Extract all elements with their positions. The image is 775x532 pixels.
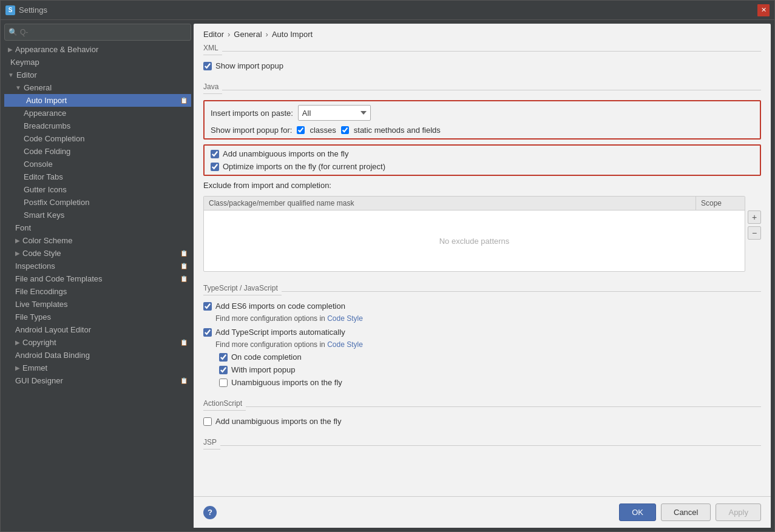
- sidebar-item-breadcrumbs[interactable]: Breadcrumbs: [4, 120, 191, 132]
- cancel-button[interactable]: Cancel: [661, 503, 711, 521]
- xml-section: XML Show import popup: [203, 44, 761, 70]
- help-button[interactable]: ?: [203, 506, 217, 519]
- sidebar-item-label: Auto Import: [26, 96, 67, 105]
- as-section-title: ActionScript: [203, 399, 246, 411]
- java-highlight-box: Insert imports on paste: All Ask None Sh…: [203, 100, 761, 140]
- sidebar-item-file-code-templates[interactable]: File and Code Templates 📋: [4, 272, 191, 285]
- sidebar-item-editor[interactable]: ▼ Editor: [4, 69, 191, 81]
- sidebar-item-code-completion[interactable]: Code Completion: [4, 132, 191, 145]
- sidebar-item-android-layout-editor[interactable]: Android Layout Editor: [4, 323, 191, 336]
- arrow-icon: ▶: [15, 237, 20, 244]
- copy-icon: 📋: [180, 263, 188, 269]
- search-input[interactable]: [20, 28, 187, 36]
- sidebar-item-gutter-icons[interactable]: Gutter Icons: [4, 183, 191, 196]
- sidebar-item-auto-import[interactable]: Auto Import 📋: [4, 94, 191, 107]
- arrow-icon: ▶: [15, 339, 20, 346]
- sidebar-item-label: Keymap: [10, 58, 39, 67]
- sidebar-item-inspections[interactable]: Inspections 📋: [4, 260, 191, 272]
- app-icon: S: [5, 5, 15, 15]
- arrow-icon: ▼: [8, 72, 14, 78]
- as-add-unambiguous-checkbox[interactable]: [203, 417, 212, 426]
- sidebar-item-appearance-behavior[interactable]: ▶ Appearance & Behavior: [4, 43, 191, 56]
- sidebar-item-font[interactable]: Font: [4, 221, 191, 234]
- add-typescript-label: Add TypeScript imports automatically: [215, 328, 345, 337]
- sidebar-item-label: Android Data Binding: [15, 351, 90, 360]
- add-exclude-button[interactable]: +: [748, 210, 761, 224]
- arrow-icon: ▶: [15, 250, 20, 257]
- with-import-popup-label: With import popup: [231, 365, 296, 374]
- sidebar-item-smart-keys[interactable]: Smart Keys: [4, 209, 191, 221]
- java-imports-highlight-box: Add unambiguous imports on the fly Optim…: [203, 144, 761, 176]
- sidebar-item-label: Appearance & Behavior: [15, 45, 98, 54]
- breadcrumb: Editor › General › Auto Import: [194, 24, 771, 44]
- main-panel: Editor › General › Auto Import XML Show …: [194, 24, 771, 528]
- ok-button[interactable]: OK: [619, 503, 656, 521]
- insert-imports-dropdown[interactable]: All Ask None: [298, 105, 371, 121]
- exclude-buttons: + −: [748, 210, 761, 240]
- sidebar-item-label: File and Code Templates: [15, 274, 103, 283]
- sidebar-item-label: Copyright: [22, 338, 56, 347]
- sidebar-item-file-types[interactable]: File Types: [4, 311, 191, 323]
- footer: ? OK Cancel Apply: [194, 496, 771, 528]
- sidebar-item-gui-designer[interactable]: GUI Designer 📋: [4, 374, 191, 387]
- sidebar-item-label: General: [24, 83, 52, 92]
- optimize-imports-checkbox[interactable]: [211, 163, 219, 171]
- es6-config-link[interactable]: Code Style: [327, 314, 363, 323]
- sidebar-item-label: Inspections: [15, 261, 55, 271]
- search-box[interactable]: 🔍: [4, 24, 191, 41]
- sidebar-item-keymap[interactable]: Keymap: [4, 56, 191, 69]
- sidebar-item-postfix-completion[interactable]: Postfix Completion: [4, 196, 191, 209]
- arrow-icon: ▶: [15, 365, 20, 371]
- close-button[interactable]: ✕: [757, 4, 770, 16]
- unambiguous-on-fly-checkbox[interactable]: [219, 379, 228, 387]
- arrow-icon: ▼: [15, 84, 21, 91]
- sidebar-item-label: Emmet: [22, 363, 47, 372]
- sidebar-item-label: Postfix Completion: [24, 198, 89, 207]
- sidebar-item-copyright[interactable]: ▶ Copyright 📋: [4, 336, 191, 349]
- sidebar-item-file-encodings[interactable]: File Encodings: [4, 285, 191, 298]
- search-icon: 🔍: [8, 28, 18, 36]
- sidebar-item-label: Code Folding: [24, 147, 70, 156]
- java-section-title: Java: [203, 82, 222, 94]
- sidebar-item-live-templates[interactable]: Live Templates: [4, 298, 191, 311]
- xml-section-title: XML: [203, 44, 222, 55]
- sidebar-item-general[interactable]: ▼ General: [4, 81, 191, 94]
- static-methods-checkbox[interactable]: [341, 126, 349, 134]
- add-es6-label: Add ES6 imports on code completion: [215, 301, 345, 311]
- sidebar-item-label: Font: [15, 223, 31, 232]
- jsp-section: JSP: [203, 438, 761, 456]
- sidebar-item-console[interactable]: Console: [4, 158, 191, 170]
- unambiguous-on-fly-label: Unambiguous imports on the fly: [231, 378, 342, 387]
- exclude-table: Class/package/member qualified name mask…: [203, 196, 745, 272]
- sidebar-item-code-style[interactable]: ▶ Code Style 📋: [4, 247, 191, 260]
- with-import-popup-checkbox[interactable]: [219, 366, 228, 374]
- add-es6-checkbox[interactable]: [203, 302, 212, 311]
- apply-button[interactable]: Apply: [716, 503, 761, 521]
- optimize-imports-label: Optimize imports on the fly (for current…: [223, 162, 385, 171]
- sidebar-item-editor-tabs[interactable]: Editor Tabs: [4, 170, 191, 183]
- ts-config-link[interactable]: Code Style: [327, 340, 363, 349]
- sidebar-item-label: Gutter Icons: [24, 185, 67, 194]
- sidebar-item-color-scheme[interactable]: ▶ Color Scheme: [4, 234, 191, 247]
- add-typescript-checkbox[interactable]: [203, 328, 212, 337]
- add-unambiguous-checkbox[interactable]: [211, 150, 219, 158]
- insert-imports-label: Insert imports on paste:: [211, 109, 293, 118]
- breadcrumb-editor: Editor: [203, 30, 224, 39]
- breadcrumb-general: General: [234, 30, 262, 39]
- sidebar-item-appearance[interactable]: Appearance: [4, 107, 191, 120]
- exclude-container: Class/package/member qualified name mask…: [203, 192, 761, 272]
- sidebar-item-emmet[interactable]: ▶ Emmet: [4, 362, 191, 374]
- copy-icon: 📋: [180, 97, 188, 104]
- remove-exclude-button[interactable]: −: [748, 226, 761, 240]
- classes-checkbox[interactable]: [297, 126, 305, 134]
- xml-show-import-popup-checkbox[interactable]: [203, 62, 212, 70]
- on-code-completion-checkbox[interactable]: [219, 353, 228, 362]
- exclude-section: Exclude from import and completion: Clas…: [203, 181, 761, 272]
- ts-config-text-row: Find more configuration options in Code …: [215, 340, 761, 349]
- sidebar-item-android-data-binding[interactable]: Android Data Binding: [4, 349, 191, 362]
- sidebar-item-code-folding[interactable]: Code Folding: [4, 145, 191, 158]
- sidebar-item-label: Editor: [16, 70, 37, 79]
- xml-show-import-popup-row: Show import popup: [203, 61, 761, 70]
- add-unambiguous-row: Add unambiguous imports on the fly: [211, 149, 754, 158]
- as-add-unambiguous-row: Add unambiguous imports on the fly: [203, 417, 761, 426]
